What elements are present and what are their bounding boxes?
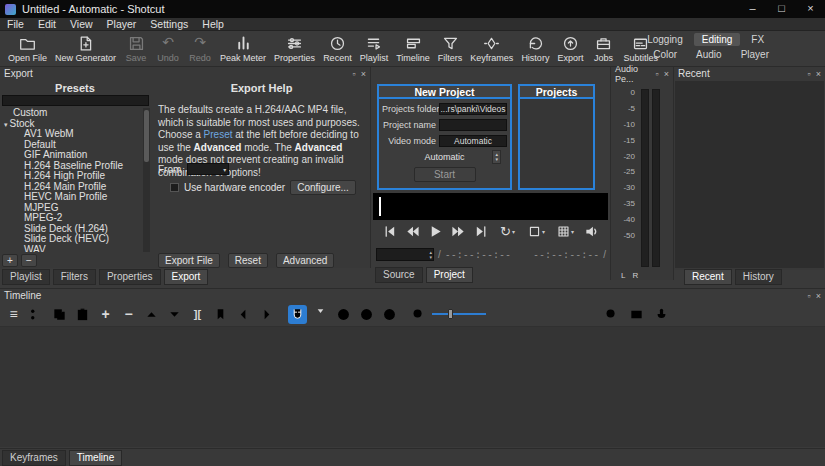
lift-button[interactable] — [142, 305, 161, 324]
menu-edit[interactable]: Edit — [31, 18, 63, 31]
maximize-button[interactable]: □ — [767, 0, 796, 18]
timeline-zoom-slider[interactable] — [432, 308, 486, 320]
tab-properties[interactable]: Properties — [99, 269, 161, 285]
menu-settings[interactable]: Settings — [143, 18, 195, 31]
close-icon[interactable]: × — [664, 69, 669, 79]
menu-view[interactable]: View — [63, 18, 100, 31]
snap-button[interactable] — [288, 305, 307, 324]
float-icon[interactable]: ▫ — [353, 69, 356, 79]
remove-preset-button[interactable]: − — [21, 254, 37, 267]
fast-forward-button[interactable] — [450, 222, 468, 240]
new-generator-button[interactable]: New Generator — [51, 32, 120, 66]
tab-project[interactable]: Project — [426, 267, 473, 283]
zoom-mode-button[interactable]: ▾ — [525, 222, 549, 240]
save-button[interactable]: Save — [120, 32, 152, 66]
tab-recent[interactable]: Recent — [684, 269, 732, 285]
copy-button[interactable] — [50, 305, 69, 324]
preset-item[interactable]: WAV — [0, 245, 143, 253]
split-button[interactable]: ][ — [188, 305, 207, 324]
preset-filter-input[interactable] — [2, 95, 149, 106]
record-audio-button[interactable] — [652, 305, 671, 324]
redo-button[interactable]: ↷ Redo — [184, 32, 216, 66]
undo-button[interactable]: ↶ Undo — [152, 32, 184, 66]
filters-button[interactable]: Filters — [434, 32, 467, 66]
hw-encoder-checkbox[interactable] — [170, 183, 179, 192]
preset-item[interactable]: GIF Animation — [0, 150, 143, 161]
preset-item[interactable]: Slide Deck (HEVC) — [0, 234, 143, 245]
zoom-fit-button[interactable] — [627, 305, 646, 324]
tab-filters[interactable]: Filters — [53, 269, 96, 285]
float-icon[interactable]: ▫ — [656, 69, 659, 79]
preset-item[interactable]: H.264 High Profile — [0, 171, 143, 182]
volume-button[interactable] — [583, 222, 601, 240]
keyframes-button[interactable]: Keyframes — [466, 32, 517, 66]
skip-to-end-button[interactable] — [473, 222, 491, 240]
menu-file[interactable]: File — [0, 18, 31, 31]
ripple-all-tracks-button[interactable] — [357, 305, 376, 324]
float-icon[interactable]: ▫ — [808, 291, 811, 301]
recent-list[interactable] — [675, 81, 824, 268]
next-marker-button[interactable] — [257, 305, 276, 324]
append-button[interactable]: + — [96, 305, 115, 324]
layout-tab-fx[interactable]: FX — [743, 33, 772, 46]
properties-button[interactable]: Properties — [270, 32, 319, 66]
layout-tab-audio[interactable]: Audio — [688, 48, 730, 61]
menu-player[interactable]: Player — [100, 18, 144, 31]
open-file-button[interactable]: Open File — [4, 32, 51, 66]
preset-item[interactable]: HEVC Main Profile — [0, 192, 143, 203]
tab-history[interactable]: History — [735, 269, 782, 285]
export-button[interactable]: Export — [553, 32, 587, 66]
from-dropdown[interactable]: ▾ — [187, 163, 229, 175]
scrub-while-dragging-button[interactable] — [311, 305, 330, 324]
grid-button[interactable]: ▾ — [554, 222, 578, 240]
play-button[interactable] — [427, 222, 445, 240]
timeline-button[interactable]: Timeline — [392, 32, 434, 66]
ripple-markers-button[interactable] — [380, 305, 399, 324]
project-name-field[interactable] — [439, 119, 507, 131]
spin-down-icon[interactable]: ▾ — [495, 157, 498, 162]
overwrite-button[interactable] — [165, 305, 184, 324]
preset-item[interactable]: AV1 WebM — [0, 129, 143, 140]
add-preset-button[interactable]: + — [2, 254, 18, 267]
layout-tab-editing[interactable]: Editing — [694, 33, 741, 46]
layout-tab-logging[interactable]: Logging — [639, 33, 691, 46]
preset-item[interactable]: MJPEG — [0, 203, 143, 214]
layout-tab-color[interactable]: Color — [645, 48, 685, 61]
configure-button[interactable]: Configure... — [290, 180, 356, 195]
ripple-button[interactable] — [334, 305, 353, 324]
tab-export[interactable]: Export — [164, 269, 209, 285]
export-file-button[interactable]: Export File — [158, 253, 220, 268]
scrollbar-thumb[interactable] — [144, 110, 149, 162]
slider-handle[interactable] — [448, 309, 453, 319]
zoom-in-button[interactable] — [602, 305, 621, 324]
playlist-button[interactable]: Playlist — [356, 32, 393, 66]
preset-link[interactable]: Preset — [204, 129, 233, 140]
start-button[interactable]: Start — [414, 167, 476, 182]
timeline-menu-button[interactable]: ≡ — [4, 305, 23, 324]
history-button[interactable]: History — [517, 32, 553, 66]
loop-button[interactable]: ↻▾ — [496, 222, 520, 240]
previous-marker-button[interactable] — [234, 305, 253, 324]
paste-button[interactable] — [73, 305, 92, 324]
spinner-arrows[interactable]: ▴▾ — [428, 250, 433, 260]
preset-item[interactable]: MPEG-2 — [0, 213, 143, 224]
jobs-button[interactable]: Jobs — [587, 32, 619, 66]
timeline-tracks-area[interactable] — [0, 327, 825, 447]
recent-button[interactable]: Recent — [319, 32, 356, 66]
menu-help[interactable]: Help — [195, 18, 231, 31]
float-icon[interactable]: ▫ — [808, 69, 811, 79]
minimize-button[interactable]: – — [738, 0, 767, 18]
tab-source[interactable]: Source — [375, 267, 423, 283]
position-spinner[interactable]: ▴▾ — [376, 248, 434, 261]
rewind-button[interactable] — [404, 222, 422, 240]
advanced-button[interactable]: Advanced — [276, 253, 334, 268]
ripple-delete-button[interactable]: − — [119, 305, 138, 324]
video-mode-dropdown[interactable]: Automatic — [439, 135, 507, 147]
mode-spinner-arrows[interactable]: ▴▾ — [492, 150, 501, 164]
layout-tab-player[interactable]: Player — [733, 48, 777, 61]
reset-button[interactable]: Reset — [228, 253, 268, 268]
marker-button[interactable] — [211, 305, 230, 324]
cut-button[interactable] — [27, 305, 46, 324]
close-icon[interactable]: × — [361, 69, 366, 79]
close-icon[interactable]: × — [816, 69, 821, 79]
